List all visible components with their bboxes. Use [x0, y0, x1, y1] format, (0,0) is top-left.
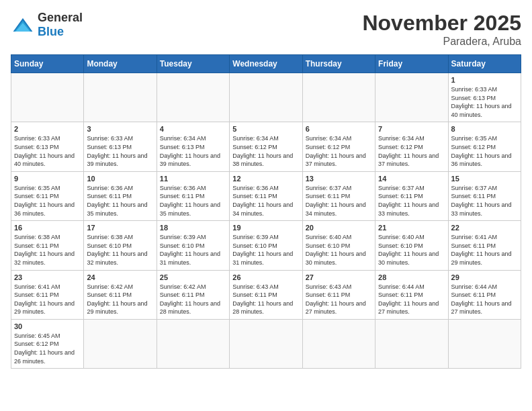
calendar-cell: 16Sunrise: 6:38 AM Sunset: 6:11 PM Dayli…: [11, 221, 84, 270]
calendar-cell: [230, 73, 302, 122]
day-number: 14: [378, 175, 445, 183]
calendar-cell: 23Sunrise: 6:41 AM Sunset: 6:11 PM Dayli…: [11, 270, 84, 319]
calendar-cell: 21Sunrise: 6:40 AM Sunset: 6:10 PM Dayli…: [375, 221, 448, 270]
day-info: Sunrise: 6:34 AM Sunset: 6:13 PM Dayligh…: [160, 134, 226, 168]
calendar-header-row: Sunday Monday Tuesday Wednesday Thursday…: [11, 55, 521, 73]
day-info: Sunrise: 6:33 AM Sunset: 6:13 PM Dayligh…: [451, 85, 518, 119]
day-number: 17: [87, 224, 153, 232]
day-number: 23: [14, 273, 81, 281]
calendar-cell: 2Sunrise: 6:33 AM Sunset: 6:13 PM Daylig…: [11, 122, 84, 171]
calendar-cell: [84, 73, 157, 122]
day-info: Sunrise: 6:36 AM Sunset: 6:11 PM Dayligh…: [160, 184, 226, 218]
day-info: Sunrise: 6:35 AM Sunset: 6:12 PM Dayligh…: [451, 134, 518, 168]
day-info: Sunrise: 6:44 AM Sunset: 6:11 PM Dayligh…: [378, 283, 445, 316]
day-info: Sunrise: 6:38 AM Sunset: 6:10 PM Dayligh…: [87, 233, 153, 267]
day-number: 19: [232, 224, 299, 232]
calendar-cell: 7Sunrise: 6:34 AM Sunset: 6:12 PM Daylig…: [375, 122, 448, 171]
calendar-cell: 4Sunrise: 6:34 AM Sunset: 6:13 PM Daylig…: [157, 122, 229, 171]
calendar-cell: [302, 319, 375, 368]
calendar-cell: 29Sunrise: 6:44 AM Sunset: 6:11 PM Dayli…: [448, 270, 521, 319]
day-number: 4: [160, 125, 226, 133]
day-info: Sunrise: 6:43 AM Sunset: 6:11 PM Dayligh…: [306, 283, 372, 316]
day-info: Sunrise: 6:39 AM Sunset: 6:10 PM Dayligh…: [160, 233, 226, 267]
calendar-cell: 12Sunrise: 6:36 AM Sunset: 6:11 PM Dayli…: [230, 171, 302, 220]
day-info: Sunrise: 6:33 AM Sunset: 6:13 PM Dayligh…: [14, 134, 81, 168]
calendar-week-row: 1Sunrise: 6:33 AM Sunset: 6:13 PM Daylig…: [11, 73, 521, 122]
calendar-week-row: 30Sunrise: 6:45 AM Sunset: 6:12 PM Dayli…: [11, 319, 521, 368]
calendar-cell: 28Sunrise: 6:44 AM Sunset: 6:11 PM Dayli…: [375, 270, 448, 319]
day-info: Sunrise: 6:45 AM Sunset: 6:12 PM Dayligh…: [14, 332, 81, 365]
day-info: Sunrise: 6:37 AM Sunset: 6:11 PM Dayligh…: [378, 184, 445, 218]
day-number: 16: [14, 224, 81, 232]
month-title: November 2025: [362, 11, 521, 36]
calendar-week-row: 23Sunrise: 6:41 AM Sunset: 6:11 PM Dayli…: [11, 270, 521, 319]
day-number: 12: [232, 175, 299, 183]
calendar-cell: 18Sunrise: 6:39 AM Sunset: 6:10 PM Dayli…: [157, 221, 229, 270]
calendar-cell: 10Sunrise: 6:36 AM Sunset: 6:11 PM Dayli…: [84, 171, 157, 220]
logo-icon: [11, 15, 35, 34]
day-number: 5: [232, 125, 299, 133]
calendar-week-row: 9Sunrise: 6:35 AM Sunset: 6:11 PM Daylig…: [11, 171, 521, 220]
calendar-cell: 30Sunrise: 6:45 AM Sunset: 6:12 PM Dayli…: [11, 319, 84, 368]
calendar-cell: [230, 319, 302, 368]
day-info: Sunrise: 6:36 AM Sunset: 6:11 PM Dayligh…: [87, 184, 153, 218]
calendar-cell: 22Sunrise: 6:41 AM Sunset: 6:11 PM Dayli…: [448, 221, 521, 270]
calendar-cell: 17Sunrise: 6:38 AM Sunset: 6:10 PM Dayli…: [84, 221, 157, 270]
day-info: Sunrise: 6:35 AM Sunset: 6:11 PM Dayligh…: [14, 184, 81, 218]
day-info: Sunrise: 6:34 AM Sunset: 6:12 PM Dayligh…: [232, 134, 299, 168]
calendar-cell: [157, 319, 229, 368]
calendar-cell: 8Sunrise: 6:35 AM Sunset: 6:12 PM Daylig…: [448, 122, 521, 171]
location-subtitle: Paradera, Aruba: [362, 36, 521, 48]
day-info: Sunrise: 6:33 AM Sunset: 6:13 PM Dayligh…: [87, 134, 153, 168]
day-info: Sunrise: 6:40 AM Sunset: 6:10 PM Dayligh…: [378, 233, 445, 267]
day-info: Sunrise: 6:40 AM Sunset: 6:10 PM Dayligh…: [306, 233, 372, 267]
day-number: 25: [160, 273, 226, 281]
calendar-cell: 13Sunrise: 6:37 AM Sunset: 6:11 PM Dayli…: [302, 171, 375, 220]
day-info: Sunrise: 6:41 AM Sunset: 6:11 PM Dayligh…: [14, 283, 81, 316]
calendar-week-row: 2Sunrise: 6:33 AM Sunset: 6:13 PM Daylig…: [11, 122, 521, 171]
calendar-cell: 25Sunrise: 6:42 AM Sunset: 6:11 PM Dayli…: [157, 270, 229, 319]
day-number: 24: [87, 273, 153, 281]
calendar-cell: 11Sunrise: 6:36 AM Sunset: 6:11 PM Dayli…: [157, 171, 229, 220]
day-number: 8: [451, 125, 518, 133]
col-thursday: Thursday: [302, 55, 375, 73]
day-number: 2: [14, 125, 81, 133]
col-friday: Friday: [375, 55, 448, 73]
day-number: 13: [306, 175, 372, 183]
day-number: 6: [306, 125, 372, 133]
day-number: 7: [378, 125, 445, 133]
calendar-week-row: 16Sunrise: 6:38 AM Sunset: 6:11 PM Dayli…: [11, 221, 521, 270]
title-block: November 2025 Paradera, Aruba: [362, 11, 521, 48]
calendar-cell: [448, 319, 521, 368]
calendar-cell: 19Sunrise: 6:39 AM Sunset: 6:10 PM Dayli…: [230, 221, 302, 270]
day-number: 9: [14, 175, 81, 183]
col-wednesday: Wednesday: [230, 55, 302, 73]
day-number: 29: [451, 273, 518, 281]
day-number: 21: [378, 224, 445, 232]
calendar-table: Sunday Monday Tuesday Wednesday Thursday…: [11, 54, 521, 369]
day-info: Sunrise: 6:36 AM Sunset: 6:11 PM Dayligh…: [232, 184, 299, 218]
day-number: 18: [160, 224, 226, 232]
calendar-cell: 24Sunrise: 6:42 AM Sunset: 6:11 PM Dayli…: [84, 270, 157, 319]
day-info: Sunrise: 6:43 AM Sunset: 6:11 PM Dayligh…: [232, 283, 299, 316]
calendar-cell: [302, 73, 375, 122]
calendar-cell: 15Sunrise: 6:37 AM Sunset: 6:11 PM Dayli…: [448, 171, 521, 220]
col-saturday: Saturday: [448, 55, 521, 73]
day-number: 11: [160, 175, 226, 183]
calendar-cell: 20Sunrise: 6:40 AM Sunset: 6:10 PM Dayli…: [302, 221, 375, 270]
day-info: Sunrise: 6:38 AM Sunset: 6:11 PM Dayligh…: [14, 233, 81, 267]
col-monday: Monday: [84, 55, 157, 73]
day-number: 28: [378, 273, 445, 281]
day-info: Sunrise: 6:34 AM Sunset: 6:12 PM Dayligh…: [378, 134, 445, 168]
calendar-cell: [375, 319, 448, 368]
day-number: 26: [232, 273, 299, 281]
day-info: Sunrise: 6:44 AM Sunset: 6:11 PM Dayligh…: [451, 283, 518, 316]
calendar-cell: 1Sunrise: 6:33 AM Sunset: 6:13 PM Daylig…: [448, 73, 521, 122]
day-info: Sunrise: 6:34 AM Sunset: 6:12 PM Dayligh…: [306, 134, 372, 168]
calendar-cell: [11, 73, 84, 122]
calendar-cell: [375, 73, 448, 122]
day-number: 27: [306, 273, 372, 281]
calendar-cell: [84, 319, 157, 368]
day-number: 1: [451, 76, 518, 84]
calendar-cell: 9Sunrise: 6:35 AM Sunset: 6:11 PM Daylig…: [11, 171, 84, 220]
